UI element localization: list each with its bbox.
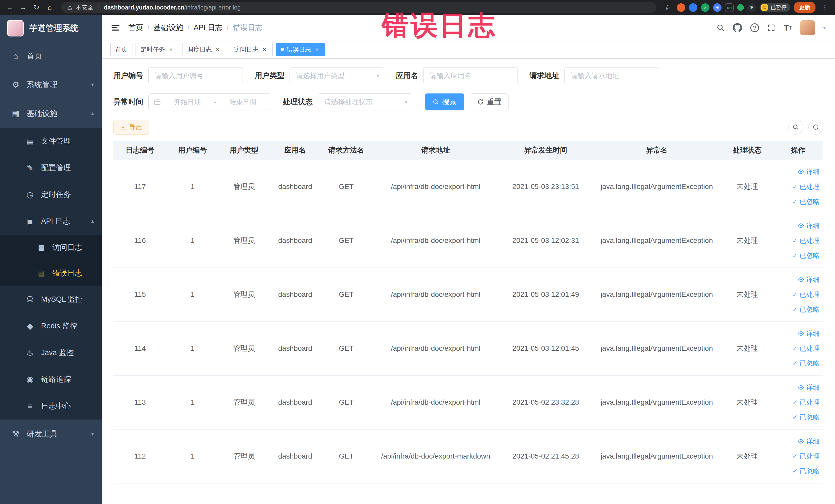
reset-button[interactable]: 重置 — [470, 94, 509, 110]
tab-cron[interactable]: 定时任务× — [136, 43, 179, 56]
extension-on-badge-icon[interactable]: on — [725, 3, 734, 12]
extension-leaf-icon[interactable] — [737, 4, 744, 11]
tab-access-log[interactable]: 访问日志× — [229, 43, 272, 56]
action-processed-link[interactable]: ✓已处理 — [775, 395, 820, 410]
browser-home-button[interactable]: ⌂ — [44, 2, 56, 13]
action-processed-link[interactable]: ✓已处理 — [775, 179, 820, 194]
fullscreen-icon[interactable] — [767, 24, 775, 32]
close-icon[interactable]: × — [314, 46, 320, 53]
close-icon[interactable]: × — [261, 46, 268, 53]
action-ignore-link[interactable]: ✓已忽略 — [775, 194, 820, 209]
action-processed-link[interactable]: ✓已处理 — [775, 341, 820, 356]
action-ignore-link[interactable]: ✓已忽略 — [775, 410, 820, 425]
action-ignore-link[interactable]: ✓已忽略 — [775, 302, 820, 317]
sidebar-item-trace[interactable]: ◉链路追踪 — [0, 366, 102, 393]
sidebar-item-infrastructure[interactable]: ▦基础设施▴ — [0, 99, 102, 128]
app-title: 芋道管理系统 — [29, 23, 79, 34]
sidebar-item-label: 日志中心 — [41, 401, 71, 411]
help-icon[interactable]: ? — [750, 23, 759, 32]
cell-exception: java.lang.IllegalArgumentException — [592, 267, 722, 321]
toggle-search-button[interactable] — [788, 120, 803, 135]
sidebar-item-system-management[interactable]: ⚙系统管理▾ — [0, 70, 102, 99]
github-icon[interactable] — [733, 23, 742, 32]
tab-job-log[interactable]: 调度日志× — [182, 43, 226, 56]
refresh-table-button[interactable] — [808, 120, 823, 135]
search-button[interactable]: 搜索 — [425, 94, 464, 110]
table-row: 1131管理员dashboardGET/api/infra/db-doc/exp… — [114, 375, 823, 429]
date-separator: - — [214, 98, 217, 106]
sidebar-item-error-log[interactable]: ▤错误日志 — [0, 260, 102, 286]
request-url-input[interactable] — [565, 67, 659, 84]
cell-status: 未处理 — [722, 429, 773, 483]
action-processed-link[interactable]: ✓已处理 — [775, 449, 820, 464]
bookmark-star-icon[interactable]: ☆ — [662, 2, 673, 13]
action-processed-link[interactable]: ✓已处理 — [775, 287, 820, 302]
cell-method: GET — [321, 267, 372, 321]
forward-button[interactable]: → — [18, 2, 29, 13]
extension-adblock-icon[interactable] — [677, 3, 685, 12]
log-table-header-row: 日志编号用户编号用户类型应用名请求方法名请求地址异常发生时间异常名处理状态操作 — [114, 141, 823, 160]
eye-icon — [797, 222, 804, 229]
user-avatar[interactable] — [800, 20, 815, 35]
end-date-placeholder[interactable]: 结束日期 — [220, 98, 266, 106]
action-detail-link[interactable]: 详细 — [775, 380, 820, 395]
cell-user_type: 管理员 — [219, 214, 269, 267]
sidebar-item-mysql-monitor[interactable]: ⛁MySQL 监控 — [0, 286, 102, 313]
action-detail-link[interactable]: 详细 — [775, 218, 820, 233]
browser-update-button[interactable]: 更新 — [794, 2, 815, 13]
sidebar-logo[interactable]: 芋道管理系统 — [0, 15, 102, 42]
action-detail-link[interactable]: 详细 — [775, 326, 820, 341]
font-size-icon[interactable]: TT — [784, 24, 792, 32]
action-ignore-link[interactable]: ✓已忽略 — [775, 248, 820, 263]
tab-error-log[interactable]: 错误日志× — [276, 43, 325, 56]
sidebar-item-label: 文件管理 — [41, 136, 71, 146]
breadcrumb-item[interactable]: API 日志 — [194, 23, 223, 33]
app-name-input[interactable] — [424, 67, 517, 84]
sidebar-item-access-log[interactable]: ▤访问日志 — [0, 235, 102, 260]
date-range-picker[interactable]: 开始日期 - 结束日期 — [148, 94, 271, 110]
action-processed-link[interactable]: ✓已处理 — [775, 233, 820, 248]
search-icon[interactable] — [716, 24, 725, 32]
close-icon[interactable]: × — [168, 46, 174, 53]
sidebar-item-log-center[interactable]: ≡日志中心 — [0, 393, 102, 420]
user-type-select[interactable] — [290, 67, 384, 84]
hamburger-icon[interactable] — [111, 23, 120, 32]
extension-green-icon[interactable]: ✓ — [701, 3, 710, 12]
sidebar-item-api-logs[interactable]: ▣API 日志▴ — [0, 208, 102, 235]
breadcrumb-item[interactable]: 首页 — [128, 23, 143, 33]
action-detail-link[interactable]: 详细 — [775, 434, 820, 449]
export-button[interactable]: 导出 — [114, 120, 149, 135]
tags-bar: 首页定时任务×调度日志×访问日志×错误日志× — [102, 41, 835, 59]
check-icon: ✓ — [792, 341, 797, 356]
extension-grid-icon[interactable]: ⊞ — [713, 3, 721, 12]
action-ignore-link[interactable]: ✓已忽略 — [775, 356, 820, 371]
sidebar-item-label: 系统管理 — [27, 80, 58, 90]
sidebar-item-java-monitor[interactable]: ♨Java 监控 — [0, 339, 102, 366]
breadcrumb-item[interactable]: 基础设施 — [154, 23, 183, 33]
cell-user_id: 1 — [167, 375, 219, 429]
cell-method: GET — [321, 160, 372, 214]
sidebar-item-dev-tools[interactable]: ⚒研发工具▾ — [0, 420, 102, 448]
sidebar-item-config-management[interactable]: ✎配置管理 — [0, 155, 102, 181]
action-detail-link[interactable]: 详细 — [775, 272, 820, 287]
sidebar-item-file-management[interactable]: ▤文件管理 — [0, 128, 102, 155]
sidebar-item-home[interactable]: ⌂首页 — [0, 42, 102, 70]
chevron-down-icon[interactable]: ▾ — [823, 25, 826, 31]
reload-button[interactable]: ↻ — [31, 2, 42, 13]
close-icon[interactable]: × — [214, 46, 221, 53]
sidebar-item-redis-monitor[interactable]: ◆Redis 监控 — [0, 313, 102, 339]
start-date-placeholder[interactable]: 开始日期 — [165, 98, 210, 106]
tab-home[interactable]: 首页 — [110, 43, 133, 56]
action-detail-link[interactable]: 详细 — [775, 164, 820, 179]
process-status-select[interactable] — [318, 94, 412, 110]
sidebar-item-scheduled-tasks[interactable]: ◷定时任务 — [0, 181, 102, 208]
extension-paw-icon[interactable]: ✱ — [748, 3, 756, 12]
back-button[interactable]: ← — [4, 2, 15, 13]
browser-menu-icon[interactable]: ⋮ — [819, 4, 831, 12]
extension-drop-icon[interactable] — [689, 3, 697, 12]
profile-paused-badge[interactable]: ☺ 已暂停 — [759, 3, 790, 12]
action-ignore-link[interactable]: ✓已忽略 — [775, 464, 820, 479]
cell-actions: 详细✓已处理✓已忽略 — [773, 267, 823, 321]
url-bar[interactable]: ⚠ 不安全 dashboard.yudao.iocoder.cn/infra/l… — [61, 2, 656, 13]
user-id-input[interactable] — [149, 67, 243, 84]
